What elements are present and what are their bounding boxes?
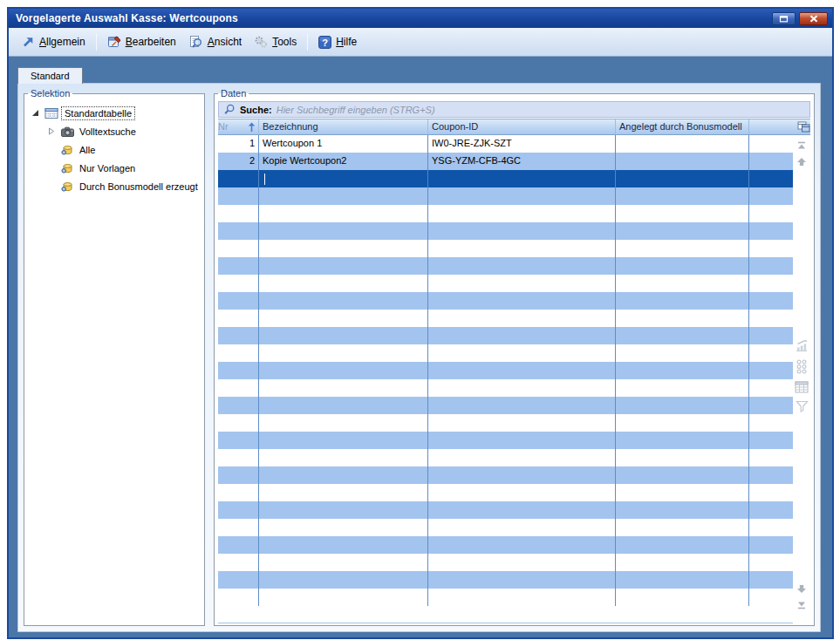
app-window: Vorgelagerte Auswahl Kasse: Wertcoupons [7, 7, 834, 639]
cell-bezeichnung: Kopie Wertcoupon2 [259, 153, 428, 170]
table-row[interactable]: 2 Kopie Wertcoupon2 YSG-YZM-CFB-4GC [218, 153, 793, 170]
table-row-empty [218, 292, 793, 310]
cell-nr: 2 [218, 153, 259, 170]
toolbar-button-hilfe[interactable]: ? Hilfe [312, 33, 363, 51]
cell-coupon-id [428, 170, 616, 187]
column-header-filler [749, 119, 793, 134]
table-row-empty [218, 257, 793, 275]
table-row-empty [218, 449, 793, 466]
table-row-empty [218, 344, 793, 362]
tree-item-label: Durch Bonusmodell erzeugt [77, 180, 201, 193]
toolbar: Allgemein Bearbeiten Ansicht [9, 28, 832, 57]
tree-item-label: Nur Vorlagen [77, 162, 138, 174]
column-header-bezeichnung[interactable]: Bezeichnung [259, 119, 428, 134]
window-controls [772, 12, 828, 25]
table-row-empty [218, 275, 793, 292]
magnifier-document-icon [188, 35, 203, 49]
tree-item-label: Alle [77, 144, 98, 156]
tab-bar: Standard [17, 64, 821, 83]
table-row-empty [218, 414, 793, 432]
cell-coupon-id: YSG-YZM-CFB-4GC [428, 153, 616, 170]
selection-tree: Standardtabelle [26, 99, 202, 200]
sort-ascending-icon [248, 122, 256, 133]
scroll-to-top-icon[interactable] [796, 141, 807, 150]
selektion-fieldset: Selektion Standardta [24, 88, 205, 626]
table-header: Nr Bezeichnung Coupon-ID Angelegt durch … [218, 119, 810, 135]
tree-item-label: Volltextsuche [77, 126, 139, 138]
restore-window-icon [779, 15, 789, 23]
column-header-nr[interactable]: Nr [218, 119, 259, 134]
cell-coupon-id: IW0-JRE-ZJK-SZT [428, 135, 616, 153]
cell-bezeichnung-editing[interactable] [259, 170, 428, 187]
daten-legend: Daten [218, 88, 249, 99]
tree-item-alle[interactable]: Alle [28, 140, 201, 159]
tree-item-standardtabelle[interactable]: Standardtabelle [28, 104, 201, 122]
daten-panel: Suche: Hier Suchbegriff eingeben (STRG+S… [216, 99, 812, 623]
column-header-coupon-id[interactable]: Coupon-ID [428, 119, 616, 134]
tree-item-durch-bonusmodell-erzeugt[interactable]: Durch Bonusmodell erzeugt [28, 177, 201, 195]
chart-icon[interactable] [795, 339, 809, 352]
table-row-empty [218, 327, 793, 344]
toolbar-label: Allgemein [39, 36, 85, 48]
cell-bezeichnung: Wertcoupon 1 [259, 135, 428, 153]
tree-item-nur-vorlagen[interactable]: Nur Vorlagen [28, 159, 201, 177]
close-window-button[interactable] [799, 12, 828, 25]
table-row-empty [218, 554, 793, 571]
table-row-empty [218, 536, 793, 554]
search-icon [223, 104, 236, 115]
table-body[interactable]: 1 Wertcoupon 1 IW0-JRE-ZJK-SZT 2 Kopie W… [218, 135, 793, 623]
database-icon [59, 180, 75, 194]
cell-filler [749, 170, 793, 187]
tab-standard[interactable]: Standard [17, 67, 83, 84]
database-icon [59, 143, 75, 157]
cards-view-icon[interactable] [796, 359, 808, 374]
table-row-empty [218, 589, 793, 606]
restore-window-button[interactable] [772, 12, 796, 25]
table-row-empty [218, 519, 793, 536]
tab-page-standard: Selektion Standardta [17, 83, 821, 632]
edit-window-hammer-icon [107, 35, 121, 49]
table-row-empty [218, 466, 793, 484]
client-area: Standard Selektion [9, 57, 832, 637]
table-row-empty [218, 484, 793, 501]
help-icon: ? [318, 36, 331, 49]
toolbar-label: Bearbeiten [126, 36, 176, 48]
table-row[interactable]: 1 Wertcoupon 1 IW0-JRE-ZJK-SZT [218, 135, 793, 153]
toolbar-button-tools[interactable]: Tools [248, 32, 303, 51]
cell-angelegt [616, 170, 749, 187]
column-header-angelegt-durch-bonusmodell[interactable]: Angelegt durch Bonusmodell [616, 119, 749, 134]
move-up-icon[interactable] [796, 157, 807, 167]
move-down-icon[interactable] [796, 584, 807, 594]
window-title: Vorgelagerte Auswahl Kasse: Wertcoupons [16, 12, 238, 24]
scroll-to-bottom-icon[interactable] [796, 601, 807, 609]
tree-item-label: Standardtabelle [61, 106, 135, 120]
daten-fieldset: Daten Suche: Hier Suchbegriff eingeben (… [214, 88, 815, 626]
grid-view-icon[interactable] [795, 381, 809, 393]
filter-icon[interactable] [796, 400, 809, 412]
column-chooser-button[interactable] [793, 119, 810, 134]
cell-nr [218, 170, 259, 187]
collapse-toggle-icon[interactable] [28, 109, 42, 117]
search-input[interactable]: Suche: Hier Suchbegriff eingeben (STRG+S… [218, 101, 810, 118]
table-body-wrap: 1 Wertcoupon 1 IW0-JRE-ZJK-SZT 2 Kopie W… [218, 135, 810, 623]
toolbar-button-bearbeiten[interactable]: Bearbeiten [101, 32, 182, 51]
tree-item-volltextsuche[interactable]: Volltextsuche [28, 122, 201, 140]
database-icon [59, 161, 75, 175]
cell-angelegt [616, 153, 749, 170]
toolbar-button-ansicht[interactable]: Ansicht [182, 32, 248, 51]
expand-toggle-icon[interactable] [44, 127, 58, 135]
toolbar-label: Hilfe [336, 36, 357, 48]
table-row-new-selected[interactable] [218, 170, 793, 187]
cell-angelegt [616, 135, 749, 153]
table-row-empty [218, 432, 793, 449]
search-placeholder: Hier Suchbegriff eingeben (STRG+S) [277, 105, 435, 115]
table-row-empty [218, 501, 793, 519]
svg-text:?: ? [322, 37, 328, 47]
toolbar-button-allgemein[interactable]: Allgemein [16, 33, 92, 51]
column-chooser-icon [797, 121, 810, 133]
table-row-empty [218, 397, 793, 414]
table-row-empty [218, 222, 793, 240]
table-icon [44, 106, 59, 120]
table-row-empty [218, 240, 793, 257]
text-caret [264, 174, 265, 185]
